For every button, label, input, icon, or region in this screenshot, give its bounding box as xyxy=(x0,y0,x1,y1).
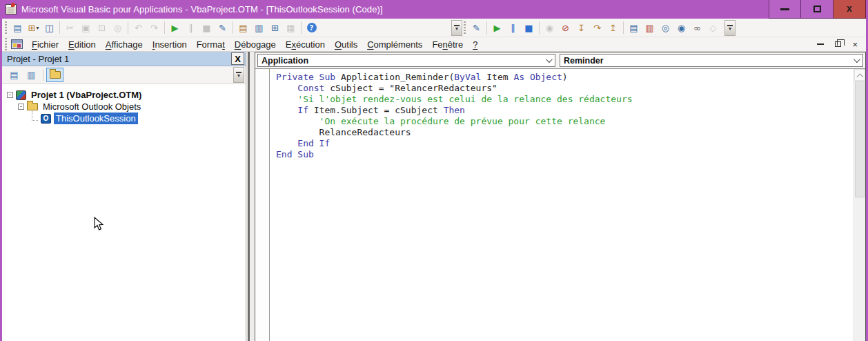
immediate-window-icon: ▥ xyxy=(645,23,653,32)
toggle-bookmark-icon: ◇ xyxy=(710,23,717,32)
tree-item-microsoft-outlook-objets[interactable]: -Microsoft Outlook Objets xyxy=(2,101,246,113)
scrollbar-thumb[interactable] xyxy=(855,81,865,197)
menu-help[interactable]: ? xyxy=(468,38,482,51)
redo-icon: ↷ xyxy=(150,23,158,32)
minimize-button[interactable] xyxy=(769,0,801,19)
design-mode-button[interactable]: ✎ xyxy=(215,20,230,35)
reset-icon: ■ xyxy=(202,23,210,32)
mdi-close-button[interactable]: × xyxy=(852,40,858,49)
standard-toolbar-options-button[interactable]: ▾ xyxy=(451,20,462,36)
maximize-button[interactable] xyxy=(801,0,834,19)
locals-window-icon: ▤ xyxy=(629,23,638,32)
project-explorer-icon: ▤ xyxy=(239,23,247,32)
object-browser-button[interactable]: ⊞ xyxy=(267,20,283,35)
undo-button[interactable]: ↶ xyxy=(130,20,146,35)
menu-bar-grip[interactable] xyxy=(5,38,7,50)
project-panel-close-button[interactable]: X xyxy=(231,52,244,65)
chevron-down-icon: ▾ xyxy=(455,27,458,31)
watch-window-button[interactable]: ◎ xyxy=(658,20,673,35)
project-explorer-panel: Projet - Projet 1 X ▤ ▥ ▾ -Projet 1 (Vba… xyxy=(2,52,246,341)
toolbar-separator xyxy=(539,21,540,34)
debug-toolbar-grip[interactable] xyxy=(464,21,466,34)
procedure-dropdown[interactable]: Reminder xyxy=(560,54,863,67)
tree-item-thisoutlooksession[interactable]: OThisOutlookSession xyxy=(2,113,246,124)
toggle-breakpoint-icon: ◉ xyxy=(546,23,553,32)
close-button[interactable]: x xyxy=(834,0,866,19)
folder-icon xyxy=(50,71,61,79)
toolbar-separator xyxy=(623,21,624,34)
insert-userform-button[interactable]: ⊞▾ xyxy=(26,20,41,35)
paste-icon: ⊡ xyxy=(98,23,106,32)
reset-button[interactable]: ■ xyxy=(521,20,537,35)
save-button[interactable]: ◫ xyxy=(41,20,57,35)
cut-button[interactable]: ✂ xyxy=(62,20,78,35)
view-microsoft-outlook-button[interactable]: ▤ xyxy=(10,20,26,35)
clear-all-breakpoints-button[interactable]: ⊘ xyxy=(558,20,573,35)
vertical-scrollbar[interactable] xyxy=(854,69,865,341)
menu-outils[interactable]: Outils xyxy=(330,38,362,51)
debug-toolbar-options-button[interactable]: ▾ xyxy=(724,20,736,36)
vba-form-icon xyxy=(11,39,23,49)
help-icon: ? xyxy=(307,23,317,32)
reset-button[interactable]: ■ xyxy=(199,20,215,35)
code-editor[interactable]: Private Sub Application_Reminder(ByVal I… xyxy=(270,69,854,341)
step-over-button[interactable]: ↷ xyxy=(589,20,605,35)
menu-insertion[interactable]: Insertion xyxy=(148,38,192,51)
menu-edition[interactable]: Edition xyxy=(63,38,101,51)
break-button[interactable]: ‖ xyxy=(183,20,199,35)
margin-indicator-bar[interactable] xyxy=(255,69,270,341)
project-panel-header[interactable]: Projet - Projet 1 X xyxy=(2,52,246,66)
menu-d-bogage[interactable]: Débogage xyxy=(230,38,281,51)
menu-bar: FichierEditionAffichageInsertionFormatDé… xyxy=(2,37,866,52)
menu-compl-ments[interactable]: Compléments xyxy=(362,38,427,51)
project-explorer-button[interactable]: ▤ xyxy=(235,20,251,35)
collapse-expander-icon[interactable]: - xyxy=(7,92,13,98)
object-dropdown[interactable]: Application xyxy=(257,54,555,67)
code-line: Private Sub Application_Reminder(ByVal I… xyxy=(276,72,854,83)
menu-format[interactable]: Format xyxy=(192,38,230,51)
collapse-expander-icon[interactable]: - xyxy=(18,104,24,110)
mdi-restore-button[interactable] xyxy=(835,41,841,47)
design-mode-button[interactable]: ✎ xyxy=(468,20,484,35)
copy-button[interactable]: ▣ xyxy=(78,20,94,35)
project-toolbar-options-button[interactable]: ▾ xyxy=(233,67,244,83)
redo-button[interactable]: ↷ xyxy=(146,20,162,35)
find-button[interactable]: ◎ xyxy=(110,20,126,35)
mdi-minimize-button[interactable] xyxy=(817,43,824,45)
window-title: Microsoft Visual Basic pour Applications… xyxy=(21,4,383,14)
object-dropdown-value: Application xyxy=(262,56,308,66)
project-panel-title: Projet - Projet 1 xyxy=(7,54,69,64)
call-stack-button[interactable]: ∞ xyxy=(689,20,705,35)
view-code-button[interactable]: ▤ xyxy=(6,68,23,82)
toggle-folders-button[interactable] xyxy=(46,68,63,82)
quick-watch-icon: ◉ xyxy=(678,23,685,32)
menu-ex-cution[interactable]: Exécution xyxy=(281,38,330,51)
toolbox-button[interactable]: ▦ xyxy=(283,20,299,35)
tree-item-projet-1-vbaproject-otm[interactable]: -Projet 1 (VbaProject.OTM) xyxy=(2,89,246,101)
toggle-bookmark-button[interactable]: ◇ xyxy=(705,20,721,35)
locals-window-button[interactable]: ▤ xyxy=(626,20,642,35)
properties-window-button[interactable]: ▥ xyxy=(251,20,267,35)
scroll-up-button[interactable] xyxy=(854,69,865,81)
view-object-button[interactable]: ▥ xyxy=(23,68,40,82)
panel-splitter[interactable] xyxy=(248,52,250,341)
quick-watch-button[interactable]: ◉ xyxy=(673,20,689,35)
menu-fen-tre[interactable]: Fenêtre xyxy=(427,38,468,51)
toggle-breakpoint-button[interactable]: ◉ xyxy=(542,20,558,35)
standard-toolbar-grip[interactable] xyxy=(5,21,7,34)
step-over-icon: ↷ xyxy=(593,23,601,32)
step-into-button[interactable]: ↧ xyxy=(573,20,589,35)
undo-icon: ↶ xyxy=(135,23,142,32)
step-out-button[interactable]: ↥ xyxy=(605,20,621,35)
run-button[interactable]: ▶ xyxy=(167,20,183,35)
run-button[interactable]: ▶ xyxy=(489,20,505,35)
break-button[interactable]: ‖ xyxy=(505,20,521,35)
chevron-down-icon: ▾ xyxy=(729,27,731,31)
break-icon: ‖ xyxy=(188,23,193,32)
mdi-window-controls: × xyxy=(817,40,858,49)
immediate-window-button[interactable]: ▥ xyxy=(642,20,658,35)
menu-affichage[interactable]: Affichage xyxy=(101,38,148,51)
paste-button[interactable]: ⊡ xyxy=(94,20,110,35)
menu-fichier[interactable]: Fichier xyxy=(27,38,63,51)
help-button[interactable]: ? xyxy=(304,20,319,35)
